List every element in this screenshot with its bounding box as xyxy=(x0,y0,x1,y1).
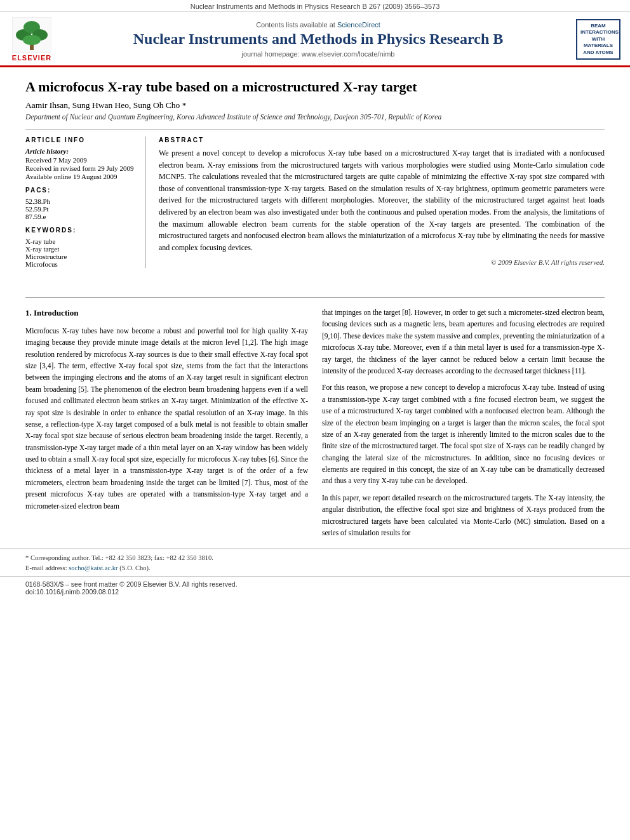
keyword-1: X-ray tube xyxy=(25,237,138,245)
abstract-text: We present a novel concept to develop a … xyxy=(159,147,605,253)
intro-heading: 1. Introduction xyxy=(25,307,308,320)
left-column: 1. Introduction Microfocus X-ray tubes h… xyxy=(25,307,308,543)
journal-homepage: journal homepage: www.elsevier.com/locat… xyxy=(64,50,573,58)
body-columns: 1. Introduction Microfocus X-ray tubes h… xyxy=(0,307,630,543)
journal-title: Nuclear Instruments and Methods in Physi… xyxy=(64,30,573,48)
svg-point-5 xyxy=(23,35,41,45)
elsevier-tree-icon xyxy=(12,17,51,53)
abstract-section: ABSTRACT We present a novel concept to d… xyxy=(159,137,605,268)
sciencedirect-line: Contents lists available at ScienceDirec… xyxy=(64,21,573,29)
pacs-item-3: 87.59.e xyxy=(25,213,138,220)
pacs-title: PACS: xyxy=(25,187,138,194)
journal-top-bar: Nuclear Instruments and Methods in Physi… xyxy=(0,0,630,12)
paper-content: A microfocus X-ray tube based on a micro… xyxy=(0,67,630,291)
intro-col2-p2: For this reason, we propose a new concep… xyxy=(322,382,605,487)
intro-col1-p1: Microfocus X-ray tubes have now become a… xyxy=(25,325,308,512)
pacs-item-1: 52.38.Ph xyxy=(25,197,138,205)
history-label: Article history: xyxy=(25,147,138,155)
sciencedirect-link[interactable]: ScienceDirect xyxy=(337,21,380,29)
footnote-email-text: E-mail address: xyxy=(25,564,69,571)
keyword-3: Microstructure xyxy=(25,253,138,260)
keywords-section: Keywords: X-ray tube X-ray target Micros… xyxy=(25,227,138,268)
footnote-star: * Corresponding author. Tel.: +82 42 350… xyxy=(25,553,605,563)
journal-citation: Nuclear Instruments and Methods in Physi… xyxy=(191,3,440,10)
intro-col2-p1: that impinges on the target [8]. However… xyxy=(322,307,605,377)
doi-line: doi:10.1016/j.nimb.2009.08.012 xyxy=(25,588,605,596)
copyright-line: © 2009 Elsevier B.V. All rights reserved… xyxy=(159,258,605,266)
journal-header: ELSEVIER Contents lists available at Sci… xyxy=(0,12,630,67)
footnote-email: E-mail address: socho@kaist.ac.kr (S.O. … xyxy=(25,563,605,573)
right-column: that impinges on the target [8]. However… xyxy=(322,307,605,543)
beam-logo-box: BEAMINTERACTIONSWITHMATERIALSAND ATOMS xyxy=(576,19,620,60)
abstract-title: ABSTRACT xyxy=(159,137,605,143)
elsevier-logo: ELSEVIER xyxy=(6,17,57,62)
keyword-4: Microfocus xyxy=(25,260,138,268)
intro-col2-p3: In this paper, we report detailed resear… xyxy=(322,492,605,539)
pacs-section: PACS: 52.38.Ph 52.59.Pt 87.59.e xyxy=(25,187,138,220)
authors-line: Aamir Ihsan, Sung Hwan Heo, Sung Oh Cho … xyxy=(25,100,605,110)
article-info-title: ARTICLE INFO xyxy=(25,137,138,143)
elsevier-brand-text: ELSEVIER xyxy=(12,54,51,62)
article-history: Article history: Received 7 May 2009 Rec… xyxy=(25,147,138,180)
history-item-3: Available online 19 August 2009 xyxy=(25,173,138,180)
journal-center-header: Contents lists available at ScienceDirec… xyxy=(64,21,573,58)
authors-text: Aamir Ihsan, Sung Hwan Heo, Sung Oh Cho … xyxy=(25,100,186,110)
section-divider xyxy=(25,297,605,298)
affiliation: Department of Nuclear and Quantum Engine… xyxy=(25,113,605,121)
footnote-section: * Corresponding author. Tel.: +82 42 350… xyxy=(0,549,630,576)
keyword-2: X-ray target xyxy=(25,245,138,253)
beam-logo: BEAMINTERACTIONSWITHMATERIALSAND ATOMS xyxy=(573,19,624,60)
paper-title: A microfocus X-ray tube based on a micro… xyxy=(25,79,605,95)
issn-line: 0168-583X/$ – see front matter © 2009 El… xyxy=(25,580,605,588)
history-item-2: Received in revised form 29 July 2009 xyxy=(25,164,138,172)
pacs-item-2: 52.59.Pt xyxy=(25,205,138,213)
article-info: ARTICLE INFO Article history: Received 7… xyxy=(25,137,146,268)
footnote-email-link[interactable]: socho@kaist.ac.kr xyxy=(69,564,117,571)
footnote-email-author: (S.O. Cho). xyxy=(119,564,150,571)
history-item-1: Received 7 May 2009 xyxy=(25,156,138,164)
bottom-bar: 0168-583X/$ – see front matter © 2009 El… xyxy=(0,576,630,599)
article-sections: ARTICLE INFO Article history: Received 7… xyxy=(25,130,605,268)
keywords-title: Keywords: xyxy=(25,227,138,234)
